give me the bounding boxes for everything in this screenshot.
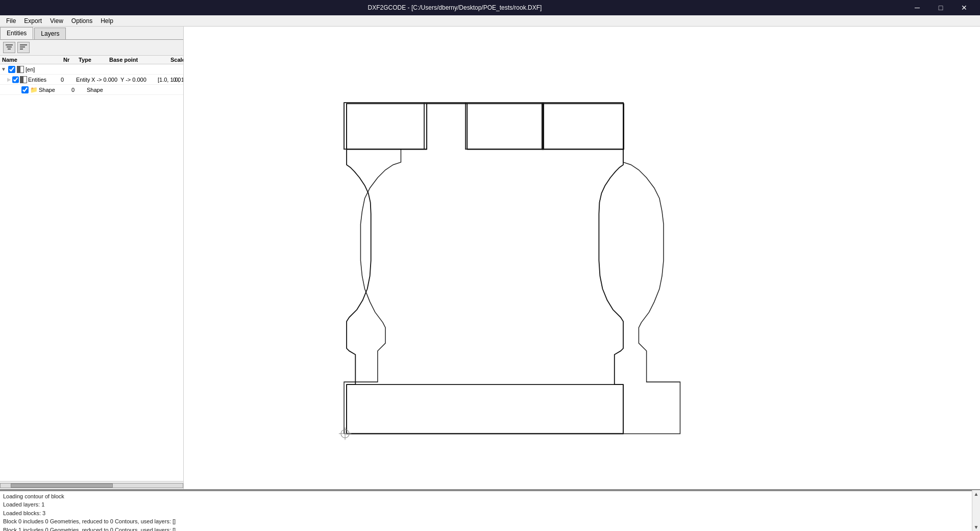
- svg-rect-2: [8, 49, 11, 50]
- panel-toolbar: [0, 40, 183, 56]
- svg-rect-11: [347, 104, 427, 149]
- tree-cell-type-shape: Shape: [85, 87, 105, 93]
- main-content: EntitiesLayers Name Nr: [0, 27, 980, 489]
- status-scroll-down[interactable]: ▼: [973, 524, 979, 530]
- svg-rect-0: [6, 44, 13, 45]
- svg-rect-13: [542, 104, 624, 149]
- svg-rect-4: [20, 46, 25, 47]
- menu-bar: FileExportViewOptionsHelp: [0, 15, 980, 27]
- minimize-button[interactable]: ─: [905, 0, 929, 15]
- dxf-drawing: [184, 27, 980, 489]
- close-button[interactable]: ✕: [952, 0, 976, 15]
- menu-item-file[interactable]: File: [2, 16, 20, 26]
- tab-bar: EntitiesLayers: [0, 27, 183, 40]
- maximize-button[interactable]: □: [929, 0, 952, 15]
- checkbox-shape[interactable]: [21, 86, 29, 93]
- svg-rect-12: [467, 104, 544, 149]
- col-nr: Nr: [63, 57, 79, 63]
- expand-all-button[interactable]: [17, 42, 30, 53]
- col-basepoint: Base point: [109, 57, 170, 63]
- tree-cell-name-entities: Entities: [28, 77, 59, 83]
- tree-header: Name Nr Type Base point Scale Rota: [0, 56, 183, 64]
- checkbox-entities[interactable]: [12, 76, 19, 83]
- menu-item-help[interactable]: Help: [96, 16, 117, 26]
- tree-row-shape[interactable]: ▶ 📁 Shape 0 Shape: [0, 85, 183, 95]
- grid-icon-entities: [20, 76, 27, 84]
- toggle-root[interactable]: ▼: [1, 66, 7, 72]
- grid-icon-root: [16, 65, 24, 74]
- col-name: Name: [2, 57, 63, 63]
- status-line: Loading contour of block: [3, 493, 969, 500]
- menu-item-view[interactable]: View: [46, 16, 67, 26]
- tree-row-root[interactable]: ▼ [en]: [0, 64, 183, 75]
- tree-cell-name-shape: Shape: [39, 87, 69, 93]
- svg-rect-16: [347, 384, 623, 433]
- collapse-all-button[interactable]: [3, 42, 15, 53]
- tree-cell-type-entities: Entity: [74, 77, 89, 83]
- status-line: Block 1 includes 0 Geometries, reduced t…: [3, 526, 969, 531]
- expand-icon: [19, 43, 28, 52]
- tree-cell-rt-entities: 0.0: [171, 77, 183, 83]
- menu-item-export[interactable]: Export: [20, 16, 46, 26]
- tab-layers[interactable]: Layers: [34, 28, 66, 39]
- canvas-area: [184, 27, 980, 489]
- status-scroll-up[interactable]: ▲: [973, 491, 979, 497]
- left-panel-hscrollbar[interactable]: [0, 481, 183, 489]
- svg-rect-3: [20, 44, 27, 45]
- tree-cell-name-root: [en]: [26, 66, 66, 73]
- status-line: Loaded blocks: 3: [3, 510, 969, 517]
- tree-row-entities[interactable]: ▶ Entities 0 Entity X -> 0.000 Y -> 0.00…: [0, 75, 183, 85]
- tree-cell-nr-shape: 0: [69, 87, 85, 93]
- title-bar: DXF2GCODE - [C:/Users/dberny/Desktop/POE…: [0, 0, 980, 15]
- tree-cell-nr-entities: 0: [59, 77, 74, 83]
- folder-icon-shape: 📁: [30, 86, 38, 94]
- tree-cell-bp-entities: X -> 0.000 Y -> 0.000: [89, 77, 156, 83]
- col-type: Type: [79, 57, 109, 63]
- svg-rect-6: [344, 103, 424, 149]
- hscroll-track[interactable]: [0, 483, 183, 488]
- col-scale: Scale: [170, 57, 184, 63]
- menu-item-options[interactable]: Options: [67, 16, 96, 26]
- toggle-entities[interactable]: ▶: [7, 77, 11, 82]
- status-line: Block 0 includes 0 Geometries, reduced t…: [3, 518, 969, 525]
- tree-content[interactable]: ▼ [en] ▶ Entities 0: [0, 64, 183, 481]
- status-line: Loaded layers: 1: [3, 501, 969, 509]
- svg-rect-1: [7, 46, 12, 47]
- svg-rect-8: [543, 103, 623, 149]
- collapse-icon: [5, 43, 13, 52]
- tree-cell-sc-entities: [1.0, 1.0, 1.0]: [156, 77, 171, 83]
- checkbox-root[interactable]: [8, 66, 15, 73]
- tab-entities[interactable]: Entities: [0, 27, 33, 39]
- svg-rect-7: [465, 103, 543, 149]
- window-controls: ─ □ ✕: [905, 0, 976, 15]
- left-panel: EntitiesLayers Name Nr: [0, 27, 184, 489]
- hscroll-thumb[interactable]: [11, 484, 113, 488]
- cursor-crosshair: [339, 427, 351, 440]
- svg-rect-5: [20, 49, 23, 50]
- window-title: DXF2GCODE - [C:/Users/dberny/Desktop/POE…: [4, 4, 905, 11]
- status-bar: Loading contour of blockLoaded layers: 1…: [0, 490, 972, 531]
